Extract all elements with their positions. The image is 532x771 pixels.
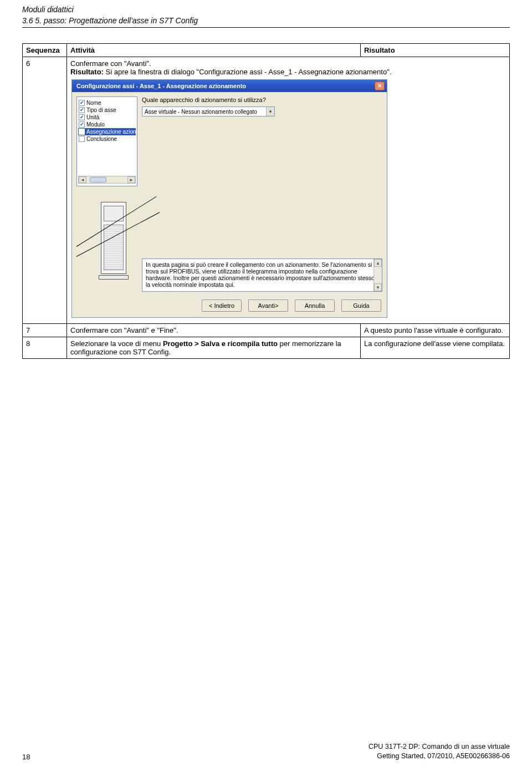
drive-box-icon <box>101 202 126 274</box>
check-icon: ✔ <box>79 114 85 120</box>
dialog-window: Configurazione assi - Asse_1 - Assegnazi… <box>71 79 387 318</box>
row6-activity-1: Confermare con "Avanti". <box>70 59 506 68</box>
footer-right: CPU 317T-2 DP: Comando di un asse virtua… <box>369 742 510 761</box>
dialog-left-panel: ✔Nome ✔Tipo di asse ✔Unità ✔Modulo Asseg… <box>76 97 137 292</box>
wizard-step-label: Assegnazione azionam <box>86 129 136 135</box>
table-row: 8 Selezionare la voce di menu Progetto >… <box>23 337 510 359</box>
row6-activity-2-rest: Si apre la finestra di dialogo "Configur… <box>104 68 391 76</box>
seq-cell: 6 <box>23 57 67 324</box>
result-cell: A questo punto l'asse virtuale è configu… <box>361 324 510 337</box>
col-header-risultato: Risultato <box>361 44 510 57</box>
drive-select-value: Asse virtuale - Nessun azionamento colle… <box>142 109 266 115</box>
footer-line2: Getting Started, 07/2010, A5E00266386-06 <box>369 752 510 761</box>
wizard-step-label: Nome <box>86 100 101 106</box>
dialog-info-box: In questa pagina si può creare il colleg… <box>142 258 382 292</box>
result-cell: La configurazione dell'asse viene compil… <box>361 337 510 359</box>
next-button[interactable]: Avanti> <box>248 300 288 312</box>
wizard-step-label: Conclusione <box>86 136 117 142</box>
dialog-body: ✔Nome ✔Tipo di asse ✔Unità ✔Modulo Asseg… <box>72 92 387 296</box>
drive-select[interactable]: Asse virtuale - Nessun azionamento colle… <box>142 106 275 116</box>
page-number: 18 <box>22 753 30 761</box>
scroll-down-icon[interactable]: ▼ <box>374 283 382 291</box>
uncheck-icon <box>79 136 85 142</box>
table-row: 6 Confermare con "Avanti". Risultato: Si… <box>23 57 510 324</box>
wizard-steps-list: ✔Nome ✔Tipo di asse ✔Unità ✔Modulo Asseg… <box>76 97 137 186</box>
activity-cell: Confermare con "Avanti". Risultato: Si a… <box>67 57 510 324</box>
uncheck-icon <box>79 129 85 135</box>
wizard-step-label: Modulo <box>86 121 105 128</box>
close-icon: ✕ <box>377 83 382 89</box>
dialog-screenshot: Configurazione assi - Asse_1 - Assegnazi… <box>70 76 506 321</box>
info-scrollbar[interactable]: ▲ ▼ <box>374 259 382 291</box>
drive-base-icon <box>99 275 129 280</box>
wizard-steps-scrollbar[interactable]: ◄ ► <box>78 176 136 184</box>
scroll-right-icon[interactable]: ► <box>127 176 135 183</box>
check-icon: ✔ <box>79 121 85 128</box>
wizard-step-unita[interactable]: ✔Unità <box>78 114 136 121</box>
activity-cell: Selezionare la voce di menu Progetto > S… <box>67 337 361 359</box>
seq-cell: 7 <box>23 324 67 337</box>
wizard-step-tipo[interactable]: ✔Tipo di asse <box>78 106 136 114</box>
wizard-step-nome[interactable]: ✔Nome <box>78 99 136 106</box>
chevron-down-icon[interactable]: ▼ <box>266 107 274 116</box>
row6-activity-2: Risultato: Si apre la finestra di dialog… <box>70 68 506 76</box>
seq-cell: 8 <box>23 337 67 359</box>
footer-line1: CPU 317T-2 DP: Comando di un asse virtua… <box>369 742 510 752</box>
scroll-thumb[interactable] <box>90 177 106 182</box>
dialog-right-panel: Quale apparecchio di azionamento si util… <box>142 97 382 292</box>
scroll-left-icon[interactable]: ◄ <box>79 176 86 183</box>
cancel-button[interactable]: Annulla <box>295 300 335 312</box>
activity-cell: Confermare con "Avanti" e "Fine". <box>67 324 361 337</box>
scroll-up-icon[interactable]: ▲ <box>374 259 382 267</box>
wizard-step-label: Unità <box>86 114 99 120</box>
table-row: 7 Confermare con "Avanti" e "Fine". A qu… <box>23 324 510 337</box>
header-separator <box>22 27 510 28</box>
dialog-button-bar: < Indietro Avanti> Annulla Guida <box>72 296 387 317</box>
dialog-question: Quale apparecchio di azionamento si util… <box>142 97 382 103</box>
wizard-step-assegnazione[interactable]: Assegnazione azionam <box>78 128 136 135</box>
page-footer: 18 CPU 317T-2 DP: Comando di un asse vir… <box>22 742 510 761</box>
back-button[interactable]: < Indietro <box>202 300 242 312</box>
help-button[interactable]: Guida <box>341 300 381 312</box>
wizard-step-conclusione[interactable]: Conclusione <box>78 135 136 143</box>
row6-activity-2-prefix: Risultato: <box>70 68 104 76</box>
dialog-title: Configurazione assi - Asse_1 - Assegnazi… <box>76 83 375 89</box>
dialog-titlebar: Configurazione assi - Asse_1 - Assegnazi… <box>72 80 387 92</box>
wizard-step-modulo[interactable]: ✔Modulo <box>78 121 136 128</box>
dialog-info-text: In questa pagina si può creare il colleg… <box>146 261 375 288</box>
col-header-attivita: Attività <box>67 44 361 57</box>
wizard-step-label: Tipo di asse <box>86 107 116 113</box>
row8-activity-pre: Selezionare la voce di menu <box>70 339 163 348</box>
close-button[interactable]: ✕ <box>375 82 385 90</box>
procedure-table: Sequenza Attività Risultato 6 Confermare… <box>22 43 510 359</box>
drive-illustration <box>76 197 137 292</box>
check-icon: ✔ <box>79 100 85 106</box>
col-header-sequenza: Sequenza <box>23 44 67 57</box>
doc-section-step: 3.6 5. passo: Progettazione dell'asse in… <box>22 16 510 27</box>
check-icon: ✔ <box>79 107 85 113</box>
row8-activity-bold: Progetto > Salva e ricompila tutto <box>163 339 278 348</box>
doc-section-module: Moduli didattici <box>22 4 510 16</box>
